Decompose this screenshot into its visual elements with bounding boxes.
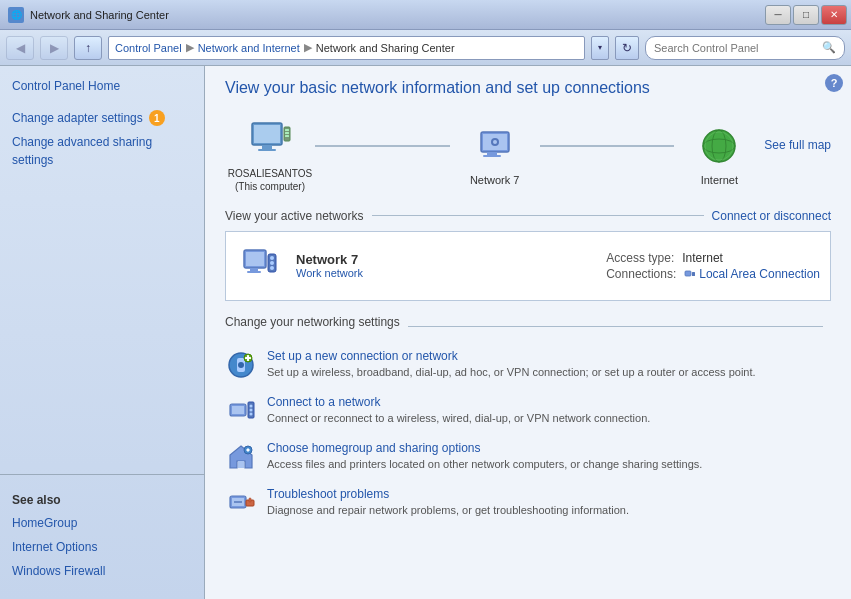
- connect-network-content: Connect to a network Connect or reconnec…: [267, 395, 831, 426]
- internet-label: Internet: [701, 174, 738, 186]
- svg-point-13: [493, 140, 497, 144]
- connect-disconnect-link[interactable]: Connect or disconnect: [712, 209, 831, 223]
- adapter-settings-label: Change adapter settings: [12, 109, 143, 127]
- net-node-computer: ROSALIESANTOS(This computer): [225, 115, 315, 193]
- see-full-map-link[interactable]: See full map: [764, 138, 831, 152]
- help-button[interactable]: ?: [825, 74, 843, 92]
- troubleshoot-title[interactable]: Troubleshoot problems: [267, 487, 831, 501]
- active-networks-divider: [372, 215, 704, 216]
- homegroup-desc: Access files and printers located on oth…: [267, 457, 831, 472]
- breadcrumb-dropdown[interactable]: ▾: [591, 36, 609, 60]
- search-input[interactable]: [654, 42, 818, 54]
- sidebar: Control Panel Home Change adapter settin…: [0, 66, 205, 599]
- svg-rect-19: [246, 252, 264, 266]
- connections-label: Connections:: [606, 267, 676, 281]
- svg-point-30: [238, 362, 244, 368]
- active-network-box: Network 7 Work network Access type: Inte…: [225, 231, 831, 301]
- sidebar-item-windows-firewall[interactable]: Windows Firewall: [0, 559, 204, 583]
- setting-item-connect-network: Connect to a network Connect or reconnec…: [225, 395, 831, 427]
- connect-network-icon: [225, 395, 257, 427]
- breadcrumb-sep-2: ▶: [304, 41, 312, 54]
- change-settings-title: Change your networking settings: [225, 315, 400, 329]
- connect-network-desc: Connect or reconnect to a wireless, wire…: [267, 411, 831, 426]
- adapter-settings-badge: 1: [149, 110, 165, 126]
- change-settings-header: Change your networking settings: [225, 315, 831, 339]
- svg-rect-1: [254, 125, 280, 143]
- breadcrumb-current: Network and Sharing Center: [316, 42, 455, 54]
- svg-rect-26: [685, 271, 691, 276]
- svg-rect-11: [483, 155, 501, 157]
- active-network-icon: [236, 242, 284, 290]
- sidebar-item-homegroup[interactable]: HomeGroup: [0, 511, 204, 535]
- svg-point-37: [250, 404, 253, 407]
- app-icon: 🌐: [8, 7, 24, 23]
- troubleshoot-content: Troubleshoot problems Diagnose and repai…: [267, 487, 831, 518]
- sidebar-item-cp-home[interactable]: Control Panel Home: [0, 74, 204, 98]
- computer-icon: [246, 115, 294, 163]
- svg-point-39: [250, 412, 253, 415]
- network-name: Network 7: [296, 252, 606, 267]
- title-bar: 🌐 Network and Sharing Center ─ □ ✕: [0, 0, 851, 30]
- address-bar: ◀ ▶ ↑ Control Panel ▶ Network and Intern…: [0, 30, 851, 66]
- network-type-link[interactable]: Work network: [296, 267, 606, 279]
- up-button[interactable]: ↑: [74, 36, 102, 60]
- net-node-network: Network 7: [450, 122, 540, 186]
- svg-rect-3: [258, 149, 276, 151]
- sidebar-divider: [0, 474, 204, 475]
- network-info: Network 7 Work network: [296, 252, 606, 279]
- homegroup-icon: [225, 441, 257, 473]
- svg-rect-20: [250, 268, 258, 271]
- setting-item-new-connection: Set up a new connection or network Set u…: [225, 349, 831, 381]
- search-icon[interactable]: 🔍: [822, 41, 836, 54]
- network-label: Network 7: [470, 174, 520, 186]
- svg-rect-40: [238, 461, 244, 468]
- svg-rect-6: [285, 132, 289, 134]
- breadcrumb-control-panel[interactable]: Control Panel: [115, 42, 182, 54]
- access-type-value: Internet: [682, 251, 723, 265]
- search-bar[interactable]: 🔍: [645, 36, 845, 60]
- active-networks-title: View your active networks: [225, 209, 364, 223]
- troubleshoot-desc: Diagnose and repair network problems, or…: [267, 503, 831, 518]
- svg-rect-2: [262, 145, 272, 149]
- net-node-internet: Internet: [674, 122, 764, 186]
- window-controls: ─ □ ✕: [765, 5, 847, 25]
- breadcrumb-network-internet[interactable]: Network and Internet: [198, 42, 300, 54]
- title-bar-left: 🌐 Network and Sharing Center: [8, 7, 169, 23]
- back-button[interactable]: ◀: [6, 36, 34, 60]
- breadcrumb-sep-1: ▶: [186, 41, 194, 54]
- sidebar-item-adapter-settings[interactable]: Change adapter settings 1: [0, 106, 204, 130]
- change-settings-divider: [408, 326, 823, 327]
- svg-rect-27: [692, 272, 695, 276]
- settings-items: Set up a new connection or network Set u…: [225, 349, 831, 519]
- svg-rect-7: [285, 135, 289, 137]
- net-line-2: [540, 145, 675, 147]
- maximize-button[interactable]: □: [793, 5, 819, 25]
- svg-point-25: [270, 266, 274, 270]
- setting-item-troubleshoot: Troubleshoot problems Diagnose and repai…: [225, 487, 831, 519]
- new-connection-title[interactable]: Set up a new connection or network: [267, 349, 831, 363]
- network-diagram: ROSALIESANTOS(This computer) Network: [225, 115, 831, 193]
- minimize-button[interactable]: ─: [765, 5, 791, 25]
- new-connection-icon: [225, 349, 257, 381]
- forward-button[interactable]: ▶: [40, 36, 68, 60]
- access-type-label: Access type:: [606, 251, 674, 265]
- svg-point-38: [250, 408, 253, 411]
- refresh-button[interactable]: ↻: [615, 36, 639, 60]
- svg-point-24: [270, 261, 274, 265]
- net-line-1: [315, 145, 450, 147]
- close-button[interactable]: ✕: [821, 5, 847, 25]
- see-also-label: See also: [0, 481, 204, 511]
- connect-network-title[interactable]: Connect to a network: [267, 395, 831, 409]
- svg-rect-35: [232, 406, 244, 414]
- svg-rect-46: [249, 498, 251, 502]
- troubleshoot-icon: [225, 487, 257, 519]
- homegroup-title[interactable]: Choose homegroup and sharing options: [267, 441, 831, 455]
- sidebar-item-internet-options[interactable]: Internet Options: [0, 535, 204, 559]
- svg-rect-33: [245, 357, 251, 359]
- access-type-row: Access type: Internet: [606, 251, 820, 265]
- new-connection-content: Set up a new connection or network Set u…: [267, 349, 831, 380]
- computer-label: ROSALIESANTOS(This computer): [228, 167, 312, 193]
- local-area-connection-link[interactable]: Local Area Connection: [684, 267, 820, 281]
- svg-point-14: [703, 130, 735, 162]
- sidebar-item-advanced-sharing[interactable]: Change advanced sharing settings: [0, 130, 204, 172]
